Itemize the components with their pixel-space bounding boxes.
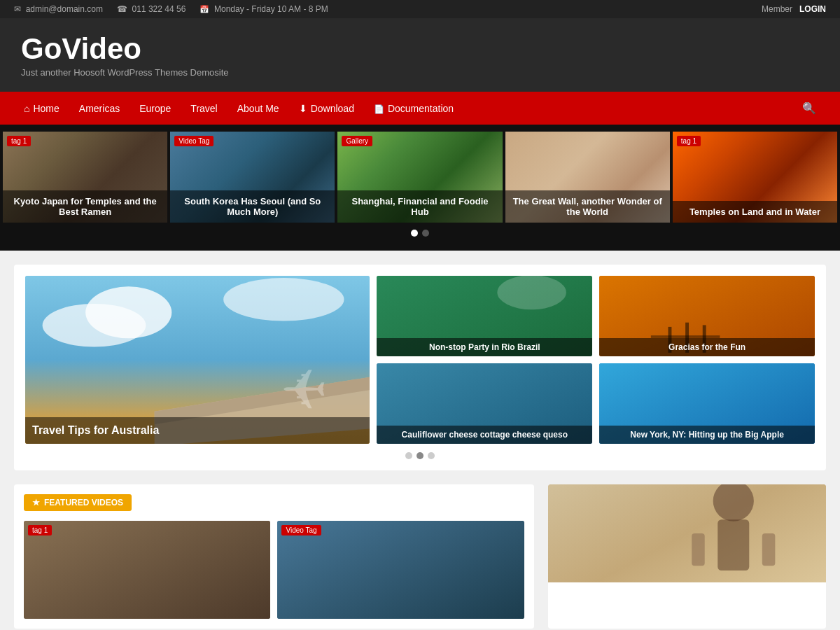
- nav-europe[interactable]: Europe: [130, 93, 181, 124]
- slide-3[interactable]: Gallery Shanghai, Financial and Foodie H…: [337, 132, 502, 223]
- email-icon: [14, 4, 21, 14]
- video-card-2[interactable]: Video Tag: [277, 521, 524, 619]
- side-card-rio[interactable]: Non-stop Party in Rio Brazil: [377, 276, 592, 356]
- site-title: GoVideo: [21, 32, 819, 66]
- slide-5-title: Temples on Land and in Water: [673, 201, 837, 223]
- video-tag-2: Video Tag: [281, 525, 321, 536]
- home-icon: [24, 103, 29, 114]
- site-header: GoVideo Just another Hoosoft WordPress T…: [0, 18, 840, 92]
- svg-rect-19: [718, 519, 749, 570]
- featured-main-title: Travel Tips for Australia: [25, 417, 370, 444]
- slide-4[interactable]: The Great Wall, another Wonder of the Wo…: [505, 132, 670, 223]
- featured-videos-text: FEATURED VIDEOS: [44, 498, 123, 507]
- featured-side: Non-stop Party in Rio Brazil Cauliflower…: [377, 276, 592, 444]
- email-info: admin@domain.com: [14, 4, 103, 14]
- svg-point-3: [223, 278, 344, 321]
- featured-videos-label: ★ FEATURED VIDEOS: [24, 494, 132, 511]
- featured-main-card[interactable]: Travel Tips for Australia: [25, 276, 370, 444]
- bottom-section: ★ FEATURED VIDEOS tag 1 Video Tag: [0, 484, 840, 630]
- nav-download[interactable]: Download: [289, 93, 364, 124]
- side-card-cauliflower[interactable]: Cauliflower cheese cottage cheese queso: [377, 363, 592, 444]
- slide-1-title: Kyoto Japan for Temples and the Best Ram…: [3, 190, 167, 223]
- svg-rect-15: [24, 521, 270, 619]
- slide-1[interactable]: tag 1 Kyoto Japan for Temples and the Be…: [3, 132, 167, 223]
- nav-americas[interactable]: Americas: [69, 93, 130, 124]
- top-bar-right: Member LOGIN: [762, 4, 826, 14]
- featured-grid: Travel Tips for Australia: [25, 276, 815, 444]
- video-tag-1: tag 1: [28, 525, 52, 536]
- featured-videos: ★ FEATURED VIDEOS tag 1 Video Tag: [14, 484, 534, 629]
- doc-icon: [374, 103, 384, 114]
- featured-dot-2[interactable]: [416, 452, 424, 459]
- svg-rect-21: [762, 533, 776, 566]
- slider-dot-2[interactable]: [422, 230, 429, 237]
- slide-5[interactable]: tag 1 Temples on Land and in Water: [673, 132, 837, 223]
- calendar-icon: [200, 4, 209, 14]
- phone-icon: [117, 4, 127, 14]
- nav-travel-label: Travel: [190, 103, 217, 114]
- featured-videos-icon: ★: [32, 498, 40, 507]
- slide-2-tag: Video Tag: [174, 136, 214, 146]
- videos-grid: tag 1 Video Tag: [24, 521, 524, 619]
- slider-dots: [0, 230, 840, 237]
- side-card-gracias-title: Gracias for the Fun: [599, 338, 815, 356]
- phone-info: 011 322 44 56: [117, 4, 186, 14]
- featured-dots: [25, 452, 815, 459]
- slide-2[interactable]: Video Tag South Korea Has Seoul (and So …: [170, 132, 335, 223]
- sidebar-widget: [548, 484, 826, 629]
- nav-americas-label: Americas: [79, 103, 120, 114]
- nav-home-label: Home: [33, 103, 59, 114]
- featured-side-2: Gracias for the Fun New York, NY: Hittin…: [599, 276, 815, 444]
- featured-dot-1[interactable]: [405, 452, 412, 459]
- slider-row: tag 1 Kyoto Japan for Temples and the Be…: [0, 132, 840, 223]
- hours-info: Monday - Friday 10 AM - 8 PM: [200, 4, 328, 14]
- nav-about[interactable]: About Me: [227, 93, 289, 124]
- svg-rect-20: [692, 533, 705, 566]
- side-card-rio-title: Non-stop Party in Rio Brazil: [377, 338, 592, 356]
- nav-doc-label: Documentation: [388, 103, 454, 114]
- slide-3-tag: Gallery: [342, 136, 372, 146]
- nav-travel[interactable]: Travel: [181, 93, 227, 124]
- featured-dot-3[interactable]: [428, 452, 435, 459]
- svg-rect-17: [548, 484, 826, 582]
- slider-dot-1[interactable]: [411, 230, 418, 237]
- slide-2-title: South Korea Has Seoul (and So Much More): [170, 190, 335, 223]
- side-card-cauliflower-title: Cauliflower cheese cottage cheese queso: [377, 426, 592, 444]
- svg-point-2: [85, 286, 172, 338]
- nav-download-label: Download: [311, 103, 354, 114]
- search-button[interactable]: 🔍: [792, 92, 826, 125]
- side-card-newyork[interactable]: New York, NY: Hitting up the Big Apple: [599, 363, 815, 444]
- sidebar-image: [548, 484, 826, 582]
- slide-3-title: Shanghai, Financial and Foodie Hub: [337, 190, 502, 223]
- login-link[interactable]: LOGIN: [799, 4, 826, 14]
- svg-point-7: [498, 276, 566, 309]
- top-bar-left: admin@domain.com 011 322 44 56 Monday - …: [14, 4, 328, 14]
- side-card-newyork-title: New York, NY: Hitting up the Big Apple: [599, 426, 815, 444]
- video-2-image: [277, 521, 524, 619]
- member-link[interactable]: Member: [762, 4, 792, 14]
- nav-about-label: About Me: [237, 103, 279, 114]
- nav-documentation[interactable]: Documentation: [364, 93, 463, 124]
- hours-text: Monday - Friday 10 AM - 8 PM: [214, 4, 328, 14]
- phone-text: 011 322 44 56: [132, 4, 186, 14]
- slide-1-tag: tag 1: [7, 136, 31, 146]
- svg-rect-16: [277, 521, 524, 619]
- top-bar: admin@domain.com 011 322 44 56 Monday - …: [0, 0, 840, 18]
- download-icon: [299, 103, 307, 114]
- nav-europe-label: Europe: [139, 103, 171, 114]
- nav-home[interactable]: Home: [14, 93, 69, 124]
- sidebar-svg: [548, 484, 826, 582]
- site-subtitle: Just another Hoosoft WordPress Themes De…: [21, 67, 819, 78]
- video-card-1[interactable]: tag 1: [24, 521, 270, 619]
- video-1-image: [24, 521, 270, 619]
- main-content: Travel Tips for Australia: [0, 251, 840, 484]
- main-nav: Home Americas Europe Travel About Me Dow…: [0, 92, 840, 125]
- hero-slider: tag 1 Kyoto Japan for Temples and the Be…: [0, 125, 840, 251]
- slide-5-tag: tag 1: [677, 136, 701, 146]
- side-card-gracias[interactable]: Gracias for the Fun: [599, 276, 815, 356]
- email-text: admin@domain.com: [26, 4, 103, 14]
- slide-4-title: The Great Wall, another Wonder of the Wo…: [505, 190, 670, 223]
- featured-section: Travel Tips for Australia: [14, 265, 826, 470]
